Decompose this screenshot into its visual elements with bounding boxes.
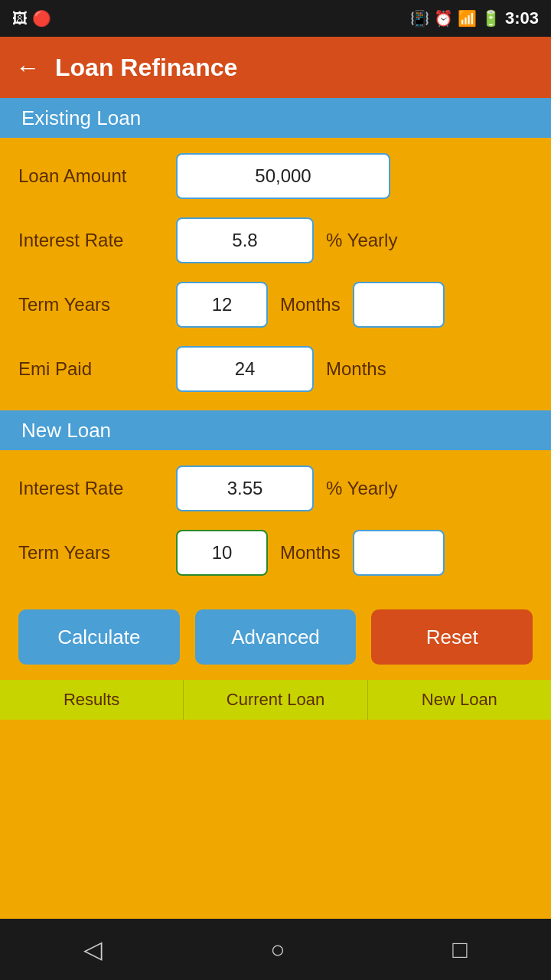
results-bar: Results Current Loan New Loan [0,680,551,720]
recents-nav-button[interactable]: □ [429,928,490,972]
new-interest-rate-label: Interest Rate [18,478,164,499]
new-months-label: Months [280,542,341,564]
vibrate-icon: 📳 [410,9,429,28]
existing-loan-title: Existing Loan [21,106,141,130]
main-content: Existing Loan Loan Amount Interest Rate … [0,98,551,940]
app-bar: ← Loan Refinance [0,37,551,98]
back-nav-button[interactable]: ◁ [60,927,126,972]
buttons-row: Calculate Advanced Reset [0,594,551,680]
time-display: 3:03 [505,8,539,28]
new-term-row: Term Years Months [18,530,533,576]
bottom-nav: ◁ ○ □ [0,919,551,980]
results-col-2: Current Loan [184,680,367,720]
new-loan-form: Interest Rate % Yearly Term Years Months [0,466,551,576]
calculate-button[interactable]: Calculate [18,609,180,665]
emi-paid-row: Emi Paid Months [18,346,533,392]
results-col-1: Results [0,680,184,720]
existing-interest-rate-row: Interest Rate % Yearly [18,217,533,263]
emi-paid-label: Emi Paid [18,358,164,380]
new-loan-header: New Loan [0,410,551,450]
emi-paid-unit: Months [326,358,386,380]
new-term-label: Term Years [18,542,164,564]
page-title: Loan Refinance [55,54,237,82]
status-left-icons: 🖼 🔴 [12,9,51,28]
existing-interest-rate-input[interactable] [176,217,314,263]
existing-loan-header: Existing Loan [0,98,551,138]
existing-interest-rate-unit: % Yearly [326,230,397,251]
loan-amount-label: Loan Amount [18,165,164,187]
reset-button[interactable]: Reset [371,609,533,665]
existing-term-row: Term Years Months [18,282,533,328]
advanced-button[interactable]: Advanced [195,609,357,665]
loan-amount-input[interactable] [176,153,390,199]
emi-paid-input[interactable] [176,346,314,392]
alarm-icon: ⏰ [434,9,453,28]
photo-icon: 🖼 [12,10,28,28]
new-term-years-input[interactable] [176,530,268,576]
existing-interest-rate-label: Interest Rate [18,230,164,251]
battery-icon: 🔋 [481,9,500,28]
existing-loan-form: Loan Amount Interest Rate % Yearly Term … [0,153,551,392]
loan-amount-row: Loan Amount [18,153,533,199]
existing-term-years-input[interactable] [176,282,268,328]
new-loan-title: New Loan [21,419,111,443]
new-interest-rate-unit: % Yearly [326,478,397,499]
new-term-months-input[interactable] [353,530,445,576]
existing-term-months-input[interactable] [353,282,445,328]
existing-term-label: Term Years [18,294,164,315]
results-col-3: New Loan [368,680,551,720]
existing-months-label: Months [280,294,341,315]
new-interest-rate-row: Interest Rate % Yearly [18,466,533,511]
status-right-icons: 📳 ⏰ 📶 🔋 3:03 [410,8,539,28]
home-nav-button[interactable]: ○ [247,928,308,972]
notification-icon: 🔴 [32,9,51,28]
status-bar: 🖼 🔴 📳 ⏰ 📶 🔋 3:03 [0,0,551,37]
back-button[interactable]: ← [15,54,40,82]
signal-icon: 📶 [458,9,477,28]
new-interest-rate-input[interactable] [176,466,314,511]
